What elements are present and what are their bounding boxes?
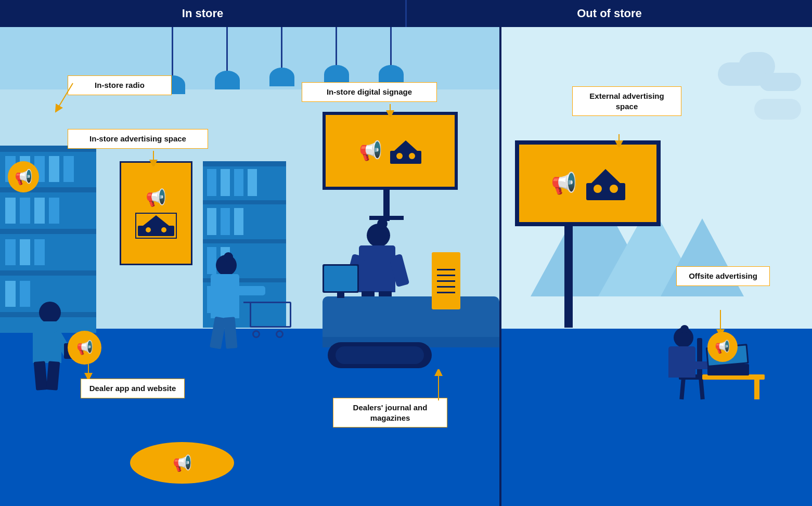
section-divider [499, 27, 501, 506]
lamp-cord-4 [336, 27, 337, 69]
lamp-cord-1 [172, 27, 173, 79]
lamp-cord-5 [390, 27, 392, 69]
lamp-shade-5 [379, 65, 404, 84]
in-store-ad-sign: 📢 [120, 161, 192, 265]
svg-point-16 [610, 185, 618, 193]
svg-marker-14 [591, 169, 620, 183]
cloud-4 [754, 99, 801, 120]
offsite-advertising-label: Offsite advertising [676, 266, 770, 286]
digital-signage-screen: 📢 [323, 112, 458, 190]
dealer-app-icon: 📢 [68, 331, 101, 365]
svg-point-3 [146, 227, 151, 232]
floor-out-store [501, 329, 812, 506]
checkout-counter [323, 296, 499, 338]
lamp-shade-2 [215, 71, 240, 89]
billboard-pole [564, 224, 573, 328]
conveyor-belt [328, 342, 432, 368]
arrow-advertising [146, 151, 161, 166]
svg-marker-2 [143, 215, 169, 226]
svg-rect-6 [390, 151, 421, 164]
lamp-shade-3 [269, 68, 294, 86]
lamp-cord-3 [281, 27, 282, 71]
billboard-frame: 📢 [515, 140, 661, 226]
shopping-cart [250, 302, 291, 338]
counter-catalog [432, 252, 460, 309]
arrow-external [614, 134, 624, 147]
svg-point-4 [161, 227, 166, 232]
offsite-icon: 📢 [707, 332, 738, 362]
cloud-3 [759, 73, 801, 91]
svg-point-9 [409, 153, 415, 159]
svg-rect-1 [138, 226, 174, 236]
out-of-store-header: Out of store [407, 7, 812, 20]
arrow-journal [433, 369, 444, 400]
megaphone-left-wall: 📢 [8, 161, 39, 192]
digital-signage-label: In-store digital signage [302, 82, 437, 102]
dealer-app-label: Dealer app and website [81, 379, 185, 398]
arrow-dealer [83, 364, 94, 380]
screen-base [369, 216, 404, 220]
monitor-stand [337, 293, 344, 298]
lamp-cord-2 [226, 27, 228, 74]
svg-point-8 [396, 153, 403, 159]
external-advertising-label: External advertising space [572, 86, 681, 116]
svg-rect-13 [586, 183, 625, 200]
billboard-inner: 📢 [519, 145, 656, 222]
floor-oval: 📢 [130, 442, 234, 484]
in-store-advertising-label: In-store advertising space [68, 129, 208, 149]
arrow-radio [52, 78, 78, 120]
dealers-journal-label: Dealers' journal and magazines [333, 398, 447, 427]
arrow-digital [385, 104, 395, 117]
svg-line-0 [57, 83, 73, 109]
svg-marker-7 [394, 140, 417, 151]
counter-monitor [323, 264, 359, 293]
lamp-shade-4 [324, 65, 349, 84]
in-store-header: In store [0, 7, 405, 20]
header: In store Out of store [0, 0, 812, 27]
main-container: In store Out of store [0, 0, 812, 506]
in-store-radio-label: In-store radio [68, 75, 172, 95]
svg-point-15 [594, 185, 602, 193]
